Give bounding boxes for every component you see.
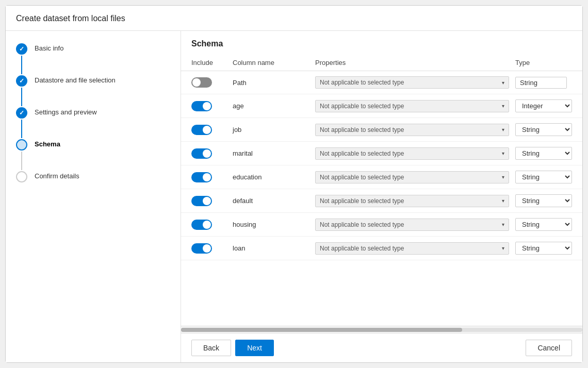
toggle-path[interactable] (191, 77, 212, 88)
toggle-housing[interactable] (191, 220, 212, 230)
properties-dropdown-age[interactable]: Not applicable to selected type ▾ (315, 100, 509, 112)
step-label-schema: Schema (35, 139, 60, 148)
properties-dropdown-marital[interactable]: Not applicable to selected type ▾ (315, 147, 509, 160)
type-cell-housing: String Integer Float Boolean (515, 218, 582, 231)
type-select-age[interactable]: Integer String Float Boolean (515, 99, 572, 112)
toggle-education[interactable] (191, 172, 212, 182)
back-button[interactable]: Back (191, 340, 231, 356)
chevron-down-icon-marital: ▾ (502, 150, 504, 156)
properties-dropdown-loan[interactable]: Not applicable to selected type ▾ (315, 242, 509, 255)
chevron-down-icon-loan: ▾ (502, 245, 504, 251)
type-select-default[interactable]: String Integer Float Boolean (515, 194, 572, 207)
step-line-2 (21, 88, 22, 106)
scrollbar-thumb (181, 328, 462, 332)
type-select-marital[interactable]: String Integer Float Boolean (515, 147, 572, 160)
scrollbar-track (181, 328, 582, 332)
toggle-wrap-marital (191, 148, 233, 159)
type-select-job[interactable]: String Integer Float Boolean (515, 123, 572, 136)
col-name-age: age (233, 102, 315, 110)
type-cell-marital: String Integer Float Boolean (515, 147, 582, 160)
type-input-path[interactable] (515, 77, 567, 89)
toggle-wrap-age (191, 101, 233, 111)
type-cell-age: Integer String Float Boolean (515, 99, 582, 112)
checkmark-3: ✓ (19, 109, 24, 116)
type-select-housing[interactable]: String Integer Float Boolean (515, 218, 572, 231)
step-indicator-2: ✓ (16, 75, 27, 107)
col-name-path: Path (233, 79, 315, 87)
table-row: job Not applicable to selected type ▾ St… (181, 118, 582, 142)
dialog-title: Create dataset from local files (6, 6, 582, 31)
toggle-knob-age (203, 102, 211, 110)
toggle-loan[interactable] (191, 243, 212, 254)
step-indicator-1: ✓ (16, 43, 27, 75)
step-indicator-4 (16, 139, 27, 171)
toggle-job[interactable] (191, 125, 212, 135)
properties-dropdown-education[interactable]: Not applicable to selected type ▾ (315, 171, 509, 183)
type-cell-job: String Integer Float Boolean (515, 123, 582, 136)
step-settings: ✓ Settings and preview (16, 107, 170, 139)
cancel-button[interactable]: Cancel (526, 340, 572, 356)
schema-header: Include Column name Properties Type (181, 55, 582, 71)
properties-text-marital: Not applicable to selected type (320, 150, 404, 157)
step-datastore: ✓ Datastore and file selection (16, 75, 170, 107)
step-line-1 (21, 56, 22, 74)
toggle-knob-default (203, 197, 211, 205)
type-select-loan[interactable]: String Integer Float Boolean (515, 242, 572, 255)
step-circle-4 (16, 139, 27, 150)
footer-left-actions: Back Next (191, 340, 274, 356)
horizontal-scrollbar[interactable] (181, 326, 582, 333)
col-name-housing: housing (233, 221, 315, 228)
step-schema: Schema (16, 139, 170, 171)
properties-text-default: Not applicable to selected type (320, 197, 404, 205)
chevron-down-icon-housing: ▾ (502, 222, 504, 227)
properties-dropdown-default[interactable]: Not applicable to selected type ▾ (315, 195, 509, 207)
properties-dropdown-job[interactable]: Not applicable to selected type ▾ (315, 124, 509, 136)
col-properties: Properties (315, 59, 515, 66)
type-select-education[interactable]: String Integer Float Boolean (515, 171, 572, 183)
chevron-down-icon-education: ▾ (502, 174, 504, 180)
dialog-footer: Back Next Cancel (181, 333, 582, 362)
properties-text-age: Not applicable to selected type (320, 103, 404, 110)
type-cell-loan: String Integer Float Boolean (515, 242, 582, 255)
chevron-down-icon-path: ▾ (502, 80, 504, 86)
table-row: loan Not applicable to selected type ▾ S… (181, 237, 582, 260)
step-label-basic-info: Basic info (35, 43, 63, 52)
toggle-age[interactable] (191, 101, 212, 111)
properties-text-housing: Not applicable to selected type (320, 221, 404, 228)
toggle-wrap-housing (191, 220, 233, 230)
toggle-default[interactable] (191, 196, 212, 206)
checkmark-1: ✓ (19, 45, 24, 53)
step-label-datastore: Datastore and file selection (35, 75, 116, 84)
toggle-knob-housing (203, 221, 211, 229)
main-content: Schema Include Column name Properties Ty… (181, 31, 582, 362)
toggle-knob-job (203, 126, 211, 134)
table-row: age Not applicable to selected type ▾ In… (181, 94, 582, 118)
properties-dropdown-path[interactable]: Not applicable to selected type ▾ (315, 76, 509, 89)
step-circle-3: ✓ (16, 107, 27, 119)
toggle-wrap-education (191, 172, 233, 182)
schema-title: Schema (181, 39, 582, 55)
chevron-down-icon-default: ▾ (502, 198, 504, 204)
col-type: Type (515, 59, 582, 66)
col-name-default: default (233, 197, 315, 205)
step-line-3 (21, 120, 22, 138)
toggle-marital[interactable] (191, 148, 212, 159)
toggle-wrap-default (191, 196, 233, 206)
toggle-knob-marital (203, 149, 211, 158)
schema-rows[interactable]: Path Not applicable to selected type ▾ (181, 71, 582, 326)
step-confirm: Confirm details (16, 171, 170, 182)
schema-table: Include Column name Properties Type (181, 55, 582, 333)
step-circle-1: ✓ (16, 43, 27, 55)
table-row: Path Not applicable to selected type ▾ (181, 71, 582, 94)
properties-text-path: Not applicable to selected type (320, 79, 404, 86)
type-cell-default: String Integer Float Boolean (515, 194, 582, 207)
properties-text-education: Not applicable to selected type (320, 174, 404, 181)
step-indicator-5 (16, 171, 27, 182)
toggle-knob-path (192, 78, 201, 87)
next-button[interactable]: Next (235, 340, 274, 356)
step-label-confirm: Confirm details (35, 171, 79, 180)
properties-dropdown-housing[interactable]: Not applicable to selected type ▾ (315, 219, 509, 231)
toggle-wrap-path (191, 77, 233, 88)
properties-text-job: Not applicable to selected type (320, 126, 404, 133)
schema-area: Schema Include Column name Properties Ty… (181, 31, 582, 333)
